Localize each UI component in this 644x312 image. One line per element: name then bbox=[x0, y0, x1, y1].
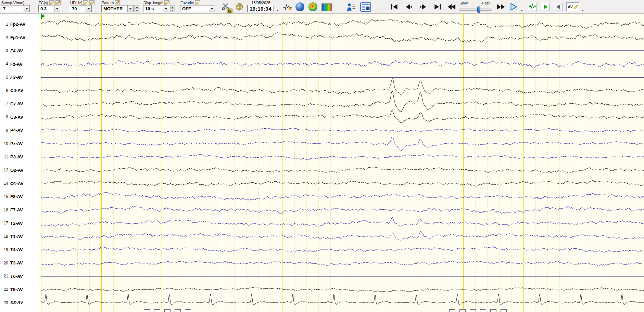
channel-row-Cz-AV[interactable]: 7Cz-AV bbox=[0, 101, 40, 107]
channel-row-T2-AV[interactable]: 17T2-AV bbox=[0, 220, 40, 226]
color-map-button[interactable] bbox=[321, 3, 332, 11]
play-options-chevron-icon[interactable] bbox=[520, 9, 524, 13]
event-marker-box[interactable] bbox=[185, 309, 191, 312]
main-toolbar: Sens(uV/mm) 7 TC(s) 0.3 HF(Hz) bbox=[0, 0, 644, 14]
favorite-edit-pencil-icon[interactable] bbox=[195, 0, 200, 5]
event-marker-box[interactable] bbox=[164, 309, 171, 312]
hf-edit-pencil-icon[interactable] bbox=[83, 0, 88, 5]
amplitude-map-button[interactable] bbox=[308, 2, 318, 12]
fast-forward-icon bbox=[496, 3, 506, 10]
display-length-spinner[interactable] bbox=[170, 5, 175, 12]
spinner-up-icon[interactable] bbox=[135, 5, 139, 9]
hf-edit2-pencil-icon[interactable] bbox=[89, 0, 94, 5]
time-options-chevron-icon[interactable] bbox=[275, 9, 279, 13]
spinner-down-icon[interactable] bbox=[135, 9, 139, 12]
channel-row-F3-AV[interactable]: 5F3-AV bbox=[0, 74, 40, 80]
chevron-down-icon[interactable] bbox=[127, 5, 133, 12]
spinner-down-icon[interactable] bbox=[170, 9, 175, 12]
spinner-up-icon[interactable] bbox=[170, 5, 175, 9]
step-back-button[interactable] bbox=[403, 3, 415, 11]
channel-row-C4-AV[interactable]: 6C4-AV bbox=[0, 88, 40, 94]
step-forward-button[interactable] bbox=[417, 3, 429, 11]
channel-row-T4-AV[interactable]: 19T4-AV bbox=[0, 247, 40, 253]
channel-row-Pz-AV[interactable]: 10Pz-AV bbox=[0, 141, 40, 147]
chevron-down-icon[interactable] bbox=[86, 5, 91, 12]
annotate-wave-button[interactable] bbox=[282, 2, 293, 11]
channel-number: 5 bbox=[0, 75, 8, 80]
channel-label: C3-AV bbox=[10, 115, 23, 120]
montage-button[interactable] bbox=[359, 2, 372, 12]
channel-label-panel: 88bpm 1Fp2-AV2Fp1-AV3F4-AV4Fz-AV5F3-AV6C… bbox=[0, 14, 41, 312]
channel-row-F4-AV[interactable]: 3F4-AV bbox=[0, 48, 40, 54]
chevron-down-icon[interactable] bbox=[163, 5, 169, 12]
channel-row-T3-AV[interactable]: 20T3-AV bbox=[0, 260, 40, 266]
sensitivity-control: Sens(uV/mm) 7 bbox=[1, 0, 37, 13]
notch-filter-button[interactable]: 50 bbox=[220, 1, 231, 12]
green-wave-tool-button[interactable] bbox=[527, 2, 538, 11]
av-options-chevron-icon[interactable] bbox=[581, 9, 585, 13]
display-length-dropdown[interactable]: 10 s bbox=[143, 5, 169, 12]
channel-row-T1-AV[interactable]: 18T1-AV bbox=[0, 233, 40, 239]
go-last-button[interactable] bbox=[431, 3, 444, 11]
event-marker-box[interactable] bbox=[154, 309, 160, 312]
tc-edit-pencil-icon[interactable] bbox=[49, 0, 54, 5]
channel-row-X3-AV[interactable]: 23X3-AV bbox=[0, 300, 40, 306]
rewind-button[interactable] bbox=[446, 3, 457, 11]
channel-number: 6 bbox=[0, 88, 8, 93]
display-length-value: 10 s bbox=[143, 5, 163, 12]
pattern-edit-pencil-icon[interactable] bbox=[115, 0, 120, 5]
channel-row-Fp1-AV[interactable]: 2Fp1-AV bbox=[0, 35, 40, 41]
event-marker-box[interactable] bbox=[501, 309, 507, 312]
reference-av-button[interactable]: AV bbox=[566, 2, 579, 11]
fast-forward-button[interactable] bbox=[495, 3, 507, 11]
pattern-dropdown[interactable]: MOTHER bbox=[101, 5, 134, 12]
hf-dropdown[interactable]: 70 bbox=[70, 5, 92, 12]
channel-row-O1-AV[interactable]: 14O1-AV bbox=[0, 180, 40, 186]
sensitivity-dropdown[interactable]: 7 bbox=[1, 5, 30, 12]
go-first-button[interactable] bbox=[388, 3, 401, 11]
eeg-plot-area[interactable] bbox=[41, 14, 644, 312]
event-marker-box[interactable] bbox=[490, 309, 496, 312]
channel-row-C3-AV[interactable]: 8C3-AV bbox=[0, 114, 40, 120]
channel-row-P4-AV[interactable]: 9P4-AV bbox=[0, 127, 40, 133]
chevron-down-icon[interactable] bbox=[209, 5, 215, 12]
channel-number: 10 bbox=[0, 141, 8, 146]
speed-slider-thumb[interactable] bbox=[477, 6, 480, 13]
brain-map-3d-button[interactable] bbox=[295, 2, 305, 12]
step-back-icon bbox=[404, 3, 413, 10]
channel-row-P3-AV[interactable]: 11P3-AV bbox=[0, 154, 40, 160]
play-button[interactable] bbox=[508, 2, 519, 12]
event-marker-box[interactable] bbox=[470, 309, 476, 312]
favorite-dropdown[interactable]: OFF bbox=[180, 5, 215, 12]
channel-number: 8 bbox=[0, 115, 8, 119]
event-marker-box[interactable] bbox=[144, 309, 150, 312]
channel-row-T6-AV[interactable]: 21T6-AV bbox=[0, 273, 40, 279]
channel-label: F7-AV bbox=[10, 207, 23, 212]
display-length-edit-pencil-icon[interactable] bbox=[164, 0, 169, 5]
channel-row-O2-AV[interactable]: 12O2-AV bbox=[0, 167, 40, 173]
head-map-button[interactable] bbox=[234, 2, 244, 12]
channel-row-Fp2-AV[interactable]: 1Fp2-AV bbox=[0, 21, 40, 27]
event-marker-box[interactable] bbox=[480, 309, 486, 312]
pattern-spinner[interactable] bbox=[135, 5, 139, 12]
tc-dropdown[interactable]: 0.3 bbox=[38, 5, 60, 12]
channel-row-F7-AV[interactable]: 16F7-AV bbox=[0, 207, 40, 213]
green-play-tool-button[interactable] bbox=[540, 2, 551, 11]
channel-label: O1-AV bbox=[10, 181, 24, 186]
speed-slider-track[interactable] bbox=[459, 9, 492, 11]
previous-page-tool-button[interactable] bbox=[553, 2, 564, 11]
channel-label: Fp1-AV bbox=[10, 35, 26, 40]
channel-row-Fz-AV[interactable]: 4Fz-AV bbox=[0, 61, 40, 67]
event-marker-box[interactable] bbox=[449, 309, 455, 312]
event-marker-box[interactable] bbox=[459, 309, 466, 312]
date-text: 15/05/2025 bbox=[247, 0, 275, 5]
event-marker-box[interactable] bbox=[175, 309, 181, 312]
eeg-plot-canvas[interactable] bbox=[41, 14, 644, 312]
channel-row-T5-AV[interactable]: 22T5-AV bbox=[0, 286, 40, 292]
channel-label: O2-AV bbox=[10, 168, 24, 173]
channel-row-F8-AV[interactable]: 15F8-AV bbox=[0, 194, 40, 200]
chevron-down-icon[interactable] bbox=[24, 5, 29, 12]
patient-info-button[interactable] bbox=[346, 2, 356, 12]
tc-edit2-pencil-icon[interactable] bbox=[55, 0, 61, 5]
chevron-down-icon[interactable] bbox=[54, 5, 60, 12]
